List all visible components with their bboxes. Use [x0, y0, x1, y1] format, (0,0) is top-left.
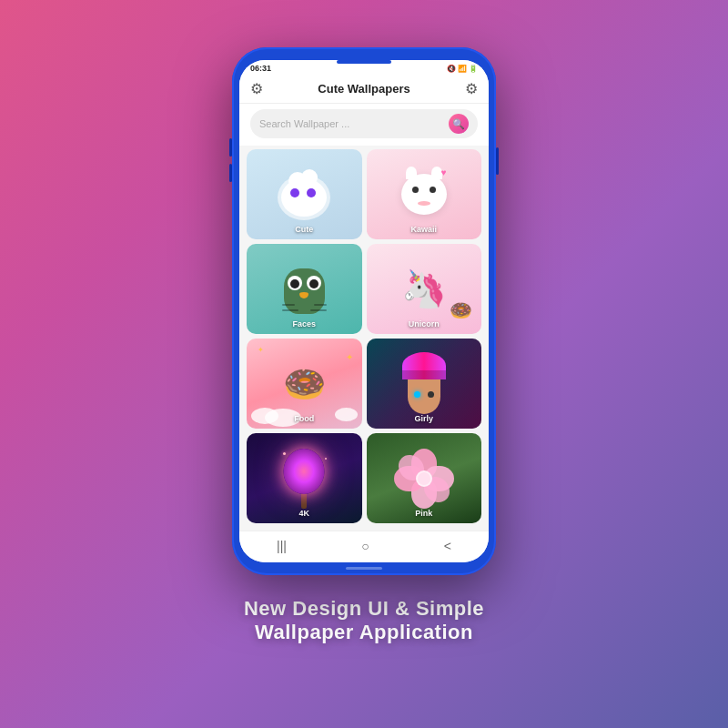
settings-icon[interactable]: ⚙	[465, 80, 478, 97]
category-girly[interactable]: Girly	[367, 339, 482, 429]
search-button[interactable]: 🔍	[449, 114, 469, 134]
app-header: ⚙ Cute Wallpapers ⚙	[239, 75, 489, 104]
label-kawaii: Kawaii	[410, 225, 437, 234]
nav-home-icon[interactable]: ○	[352, 537, 378, 555]
status-time: 06:31	[250, 64, 271, 73]
phone-screen: 06:31 🔇 📶 🔋 ⚙ Cute Wallpapers ⚙ Search W…	[239, 60, 489, 562]
battery-icon: 🔋	[469, 65, 478, 73]
footer-line2: Wallpaper Application	[244, 621, 484, 644]
label-pink: Pink	[415, 509, 432, 518]
label-4k: 4K	[298, 509, 309, 518]
search-icon: 🔍	[452, 118, 465, 130]
bottom-nav: ||| ○ <	[239, 531, 489, 562]
search-placeholder: Search Wallpaper ...	[259, 118, 349, 129]
category-faces[interactable]: Faces	[247, 244, 362, 334]
app-title: Cute Wallpapers	[318, 82, 410, 96]
menu-icon[interactable]: ⚙	[250, 80, 263, 97]
category-unicorn[interactable]: 🦄 🍩 Unicorn	[367, 244, 482, 334]
label-cute: Cute	[295, 225, 313, 234]
search-input-wrap[interactable]: Search Wallpaper ... 🔍	[250, 109, 478, 138]
category-4k[interactable]: 4K	[247, 433, 362, 523]
label-food: Food	[294, 414, 314, 423]
label-girly: Girly	[414, 414, 433, 423]
footer-line1: New Design UI & Simple	[244, 597, 484, 621]
mute-icon: 🔇	[447, 65, 456, 73]
category-food[interactable]: 🍩 ✦ ✦ Food	[247, 339, 362, 429]
label-faces: Faces	[292, 319, 316, 329]
signal-icon: 📶	[458, 65, 467, 73]
search-bar: Search Wallpaper ... 🔍	[239, 104, 489, 146]
category-kawaii[interactable]: ♥ Kawaii	[367, 149, 482, 239]
nav-recent-icon[interactable]: <	[435, 537, 460, 555]
phone-wrapper: 06:31 🔇 📶 🔋 ⚙ Cute Wallpapers ⚙ Search W…	[232, 47, 496, 575]
category-pink[interactable]: Pink	[367, 433, 482, 523]
nav-back-icon[interactable]: |||	[268, 537, 296, 555]
wallpaper-grid: Cute	[239, 146, 489, 531]
bottom-text: New Design UI & Simple Wallpaper Applica…	[244, 597, 484, 644]
category-cute[interactable]: Cute	[247, 149, 362, 239]
status-icons: 🔇 📶 🔋	[447, 65, 478, 73]
label-unicorn: Unicorn	[409, 319, 440, 329]
